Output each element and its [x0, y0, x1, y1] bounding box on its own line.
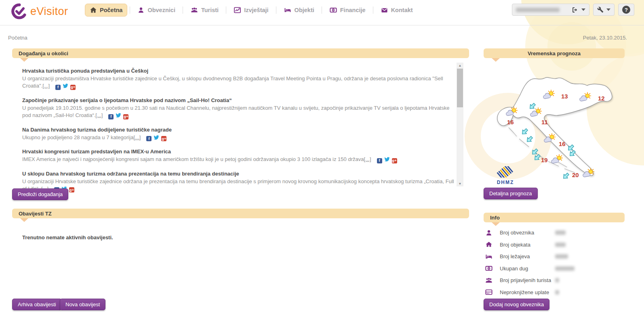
temperature-label: 16: [507, 119, 514, 125]
app-logo[interactable]: eVisitor: [11, 3, 68, 19]
info-row-label: Broj objekata: [500, 242, 554, 248]
temperature-label: 20: [572, 171, 579, 178]
info-row: Broj prijavljenih turista: [484, 274, 625, 286]
news-item-more-link[interactable]: [...]: [42, 83, 50, 89]
news-item-more-link[interactable]: [...]: [95, 112, 103, 118]
header-controls: ?: [512, 4, 634, 16]
nav-item-label: Objekti: [295, 7, 314, 13]
news-item-body: U ponedjeljak 19.10.2015. godine s počet…: [22, 105, 455, 120]
nav-separator: [130, 6, 130, 14]
facebook-icon[interactable]: f: [108, 113, 114, 120]
temperature-label: 16: [559, 140, 566, 147]
events-news-list: Hrvatska turistička ponuda predstavljena…: [22, 68, 455, 187]
add-new-obligor-button[interactable]: Dodaj novog obveznika: [484, 299, 549, 310]
events-panel-title: Događanja u okolici: [19, 50, 68, 56]
notices-archive-button[interactable]: Arhiva obavijesti: [12, 299, 62, 310]
nav-item-label: Turisti: [201, 7, 219, 13]
temperature-label: 11: [541, 119, 548, 125]
news-item: Hrvatski kongresni turizam predstavljen …: [22, 148, 455, 164]
info-row-label: Broj ležajeva: [500, 253, 554, 259]
news-item-more-link[interactable]: [...]: [133, 134, 141, 140]
nav-separator: [373, 6, 373, 14]
person-icon: [137, 6, 145, 14]
nav-item-obveznici[interactable]: Obveznici: [133, 4, 180, 17]
wrench-icon: [597, 6, 604, 13]
card-icon: [484, 289, 494, 296]
user-menu-dropdown[interactable]: [512, 4, 589, 16]
weather-panel-header: Vremenska prognoza: [484, 48, 625, 58]
facebook-icon[interactable]: f: [377, 157, 382, 164]
info-row-label: Neproknjižene uplate: [500, 289, 554, 295]
dhmz-logo: DHMZ: [494, 166, 517, 185]
suggest-events-button[interactable]: Predloži događanja: [12, 188, 68, 200]
news-item-title: U sklopu Dana hrvatskog turizma održana …: [22, 171, 455, 177]
twitter-icon[interactable]: [384, 157, 390, 164]
settings-menu-button[interactable]: [593, 4, 615, 16]
twitter-icon[interactable]: [154, 135, 159, 142]
gplus-icon[interactable]: g+: [69, 186, 74, 193]
new-notice-button[interactable]: Nova obavijest: [60, 299, 105, 310]
facebook-icon[interactable]: f: [146, 135, 152, 142]
nav-item-objekti[interactable]: Objekti: [279, 4, 319, 17]
info-row-value-redacted: [555, 266, 575, 271]
news-item-text: IMEX America je najveći i najposjećeniji…: [22, 156, 364, 162]
wind-arrow-icon: [568, 150, 576, 157]
gplus-icon[interactable]: g+: [70, 83, 76, 90]
news-item-text: U organizaciji Hrvatske turističke zajed…: [22, 178, 454, 192]
evisitor-homepage: { "brand": { "name": "eVisitor" }, "nav"…: [0, 0, 644, 322]
sun-cloud-icon: [582, 168, 595, 178]
bed-icon: [284, 6, 292, 14]
nav-item-izvje-taji[interactable]: Izvještaji: [229, 4, 273, 17]
nav-item-turisti[interactable]: Turisti: [185, 4, 223, 17]
logout-icon: [572, 6, 579, 13]
chart-icon: [234, 6, 241, 14]
share-icons: fg+: [377, 157, 397, 164]
nav-item-financije[interactable]: Financije: [324, 4, 370, 17]
info-row-label: Broj prijavljenih turista: [500, 277, 554, 283]
notices-empty-message: Trenutno nemate aktivnih obavijesti.: [22, 234, 113, 240]
news-item-body: U organizaciji predstavništva Hrvatske t…: [22, 75, 455, 91]
gplus-icon[interactable]: g+: [161, 135, 166, 142]
wind-arrow-icon: [562, 172, 570, 180]
bed-icon: [484, 253, 494, 260]
news-scrollbar[interactable]: ▲ ▼: [457, 63, 463, 186]
logo-text: eVisitor: [30, 5, 68, 18]
news-item-body: IMEX America je najveći i najposjećeniji…: [22, 156, 455, 164]
envelope-icon: [381, 7, 388, 14]
news-item-body: Ukupno je podijeljeno 28 nagrada u 7 kat…: [22, 134, 455, 142]
nav-separator: [276, 6, 276, 14]
help-button[interactable]: ?: [618, 4, 634, 16]
news-item: Hrvatska turistička ponuda predstavljena…: [22, 68, 455, 91]
info-row-value-redacted: [555, 278, 559, 282]
breadcrumb: Početna: [8, 35, 27, 41]
info-panel-title: Info: [490, 215, 500, 221]
nav-item-po-etna[interactable]: Početna: [85, 4, 127, 17]
facebook-icon[interactable]: f: [55, 83, 61, 90]
sun-cloud-icon: [505, 107, 518, 116]
gplus-icon[interactable]: g+: [123, 113, 128, 120]
question-icon: ?: [622, 6, 630, 14]
weather-map: DHMZ 13121611161920: [484, 60, 625, 186]
people-icon: [190, 6, 198, 14]
twitter-icon[interactable]: [116, 113, 121, 120]
main-nav: PočetnaObvezniciTuristiIzvještajiObjekti…: [85, 4, 418, 17]
scrollbar-down-arrow[interactable]: ▼: [457, 181, 463, 186]
share-icons: fg+: [146, 135, 166, 142]
gplus-icon[interactable]: g+: [392, 157, 397, 164]
info-row-label: Broj obveznika: [500, 230, 554, 236]
news-item-title: Hrvatska turistička ponuda predstavljena…: [22, 68, 455, 74]
info-rows: Broj obveznikaBroj objekataBroj ležajeva…: [484, 227, 625, 298]
share-icons: fg+: [55, 83, 76, 90]
info-row-value-redacted: [555, 243, 566, 247]
scrollbar-thumb[interactable]: [457, 69, 463, 107]
wind-arrow-icon: [526, 136, 533, 143]
wind-arrow-icon: [528, 102, 536, 110]
wind-arrow-icon: [533, 154, 541, 161]
sun-cloud-icon: [551, 154, 564, 164]
notices-panel-title: Obavijesti TZ: [19, 211, 52, 217]
news-item-more-link[interactable]: [...]: [364, 156, 371, 162]
nav-item-kontakt[interactable]: Kontakt: [376, 4, 418, 17]
twitter-icon[interactable]: [63, 83, 68, 90]
scrollbar-up-arrow[interactable]: ▲: [457, 63, 463, 68]
detailed-forecast-button[interactable]: Detaljna prognoza: [484, 188, 538, 199]
